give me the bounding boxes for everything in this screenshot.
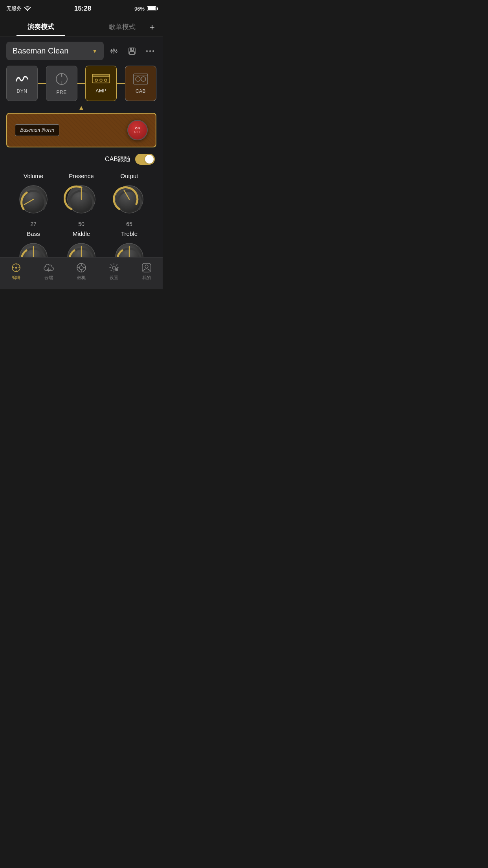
knob-group-volume: Volume 27 (12, 173, 55, 227)
pre-label: PRE (57, 90, 67, 95)
status-bar: 无服务 15:28 96% (0, 0, 163, 17)
knob-group-presence: Presence 5 (60, 173, 103, 227)
eq-icon[interactable] (108, 45, 120, 57)
chevron-down-icon: ▼ (92, 48, 97, 54)
profile-icon (141, 262, 152, 273)
chain-block-dyn[interactable]: DYN (6, 66, 38, 101)
preset-name: Baseman Clean (13, 46, 68, 55)
nav-label-edit: 编辑 (12, 275, 20, 281)
cab-follow-label: CAB跟随 (105, 155, 130, 164)
svg-rect-18 (92, 74, 110, 77)
add-button[interactable]: + (149, 22, 155, 33)
pre-icon (55, 72, 69, 88)
nav-label-profile: 我的 (142, 275, 151, 281)
svg-point-23 (136, 77, 140, 81)
status-left: 无服务 (6, 5, 31, 12)
battery-percent: 96% (134, 6, 145, 12)
amp-icon (92, 74, 110, 86)
wifi-icon (24, 6, 31, 11)
nav-label-cloud: 云端 (44, 275, 53, 281)
volume-knob[interactable] (16, 182, 51, 217)
svg-point-46 (79, 266, 83, 270)
chain-block-cab[interactable]: CAB (125, 66, 156, 101)
output-label: Output (120, 173, 138, 179)
svg-point-12 (149, 50, 151, 52)
svg-point-39 (15, 267, 17, 268)
dyn-icon (14, 73, 30, 87)
cab-follow-row: CAB跟随 (6, 154, 156, 165)
amp-power-on-label: ON (135, 127, 140, 130)
amp-power-off-label: OFF (134, 130, 141, 134)
knob-group-output: Output 65 (108, 173, 151, 227)
preset-actions (108, 45, 156, 57)
chain-arrow: ▲ (6, 104, 156, 111)
svg-point-19 (95, 79, 97, 81)
svg-point-11 (146, 50, 148, 52)
middle-label: Middle (73, 230, 90, 237)
volume-value: 27 (30, 221, 37, 227)
output-value: 65 (126, 221, 132, 227)
amp-model-badge: Baseman Norm (15, 124, 59, 136)
edit-icon (11, 262, 22, 273)
nav-item-profile[interactable]: 我的 (130, 261, 163, 282)
nav-tabs: 演奏模式 歌单模式 + (0, 17, 163, 37)
cab-icon (133, 73, 149, 87)
status-right: 96% (134, 6, 156, 12)
nav-item-edit[interactable]: 编辑 (0, 261, 33, 282)
more-icon[interactable] (144, 45, 156, 57)
svg-point-21 (105, 79, 107, 81)
preset-row: Baseman Clean ▼ (6, 42, 156, 60)
signal-chain: DYN PRE (6, 66, 156, 101)
amp-power-button[interactable]: ON OFF (127, 120, 148, 140)
chain-block-pre[interactable]: PRE (46, 66, 77, 101)
cloud-icon (43, 262, 54, 273)
svg-point-51 (112, 266, 116, 269)
chain-block-amp[interactable]: AMP (85, 66, 117, 101)
svg-point-6 (116, 51, 117, 52)
cab-label: CAB (136, 88, 146, 94)
status-time: 15:28 (74, 5, 91, 13)
svg-point-4 (111, 50, 112, 52)
knobs-row-1: Volume 27 (9, 173, 153, 227)
dyn-label: DYN (17, 88, 28, 94)
carrier-text: 无服务 (6, 5, 22, 12)
preset-selector[interactable]: Baseman Clean ▼ (6, 42, 104, 60)
chain-blocks: DYN PRE (6, 66, 156, 101)
svg-rect-9 (130, 51, 134, 54)
presence-knob[interactable] (64, 182, 99, 217)
svg-rect-8 (130, 48, 134, 50)
bottom-nav: 编辑 云端 鼓机 (0, 257, 163, 289)
svg-point-5 (113, 50, 115, 51)
svg-point-13 (152, 50, 154, 52)
toggle-thumb (145, 155, 154, 164)
presence-value: 50 (78, 221, 84, 227)
nav-item-cloud[interactable]: 云端 (33, 261, 65, 282)
svg-point-24 (141, 77, 146, 81)
settings-icon (108, 262, 119, 273)
treble-label: Treble (121, 230, 138, 237)
svg-point-56 (145, 265, 148, 268)
battery-icon (147, 6, 156, 11)
bass-label: Bass (27, 230, 40, 237)
save-icon[interactable] (126, 45, 138, 57)
output-knob[interactable] (112, 182, 147, 217)
tab-performance[interactable]: 演奏模式 (0, 18, 81, 35)
svg-point-20 (100, 79, 102, 81)
nav-item-drums[interactable]: 鼓机 (65, 261, 98, 282)
amp-panel: Baseman Norm ON OFF (6, 113, 156, 147)
volume-label: Volume (24, 173, 43, 179)
svg-point-0 (27, 10, 28, 11)
main-content: Baseman Clean ▼ (0, 37, 163, 289)
cab-follow-toggle[interactable] (135, 154, 155, 165)
nav-label-drums: 鼓机 (77, 275, 86, 281)
presence-label: Presence (69, 173, 94, 179)
drums-icon (76, 262, 87, 273)
nav-label-settings: 设置 (110, 275, 118, 281)
amp-label: AMP (96, 88, 107, 94)
nav-item-settings[interactable]: 设置 (97, 261, 130, 282)
